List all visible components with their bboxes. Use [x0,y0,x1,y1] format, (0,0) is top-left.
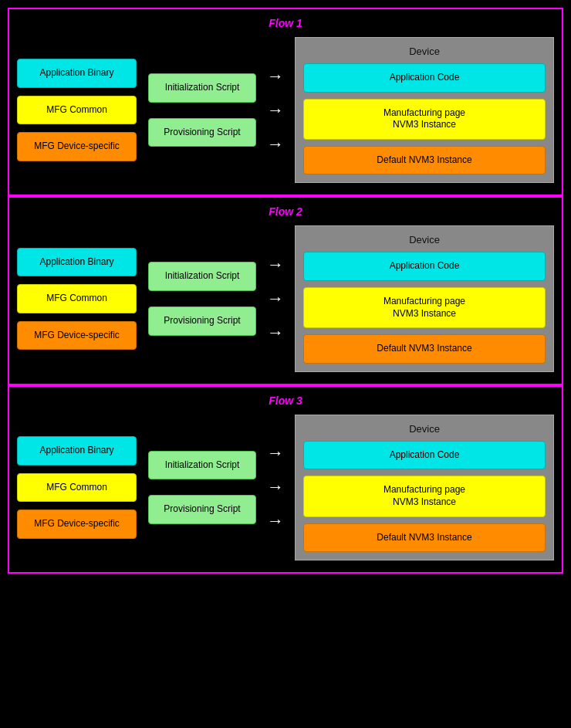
device-label-1: Device [303,46,546,57]
source-box-1-2: MFG Common [17,96,137,125]
flow-section-3: Flow 3Application BinaryMFG CommonMFG De… [8,385,563,574]
arrow-3-1: → [267,443,284,463]
flow-title-1: Flow 1 [17,17,554,29]
source-box-2-1: Application Binary [17,248,137,277]
source-box-1-3: MFG Device-specific [17,132,137,161]
arrow-2-3: → [267,323,284,343]
arrow-1-1: → [267,66,284,86]
source-box-2-2: MFG Common [17,284,137,313]
source-box-3-2: MFG Common [17,473,137,503]
device-container-1: DeviceApplication CodeManufacturing page… [295,37,554,183]
script-box-3-1: Initialization Script [148,451,256,480]
script-box-2-1: Initialization Script [148,262,256,291]
source-box-1-1: Application Binary [17,59,137,88]
flow-title-2: Flow 2 [17,205,554,218]
device-container-2: DeviceApplication CodeManufacturing page… [295,225,554,371]
flow-section-1: Flow 1Application BinaryMFG CommonMFG De… [8,8,563,196]
script-box-2-2: Provisioning Script [148,306,256,336]
device-box-1-3: Default NVM3 Instance [303,146,546,175]
arrow-1-3: → [267,134,284,154]
arrow-2-1: → [267,255,284,275]
flow-section-2: Flow 2Application BinaryMFG CommonMFG De… [8,196,563,384]
device-box-1-1: Application Code [303,63,546,93]
script-box-3-2: Provisioning Script [148,495,256,524]
source-box-3-1: Application Binary [17,436,137,466]
device-box-3-1: Application Code [303,441,546,470]
device-container-3: DeviceApplication CodeManufacturing page… [295,415,554,560]
script-box-1-1: Initialization Script [148,73,256,103]
device-label-2: Device [303,234,546,245]
device-box-2-1: Application Code [303,252,546,281]
device-box-2-3: Default NVM3 Instance [303,334,546,364]
main-container: Flow 1Application BinaryMFG CommonMFG De… [0,0,571,581]
arrow-2-2: → [267,289,284,309]
device-box-1-2: Manufacturing page NVM3 Instance [303,99,546,140]
device-label-3: Device [303,423,546,435]
source-box-3-3: MFG Device-specific [17,510,137,539]
arrow-1-2: → [267,100,284,120]
arrow-3-3: → [267,511,284,531]
device-box-3-2: Manufacturing page NVM3 Instance [303,476,546,516]
script-box-1-2: Provisioning Script [148,118,256,147]
flow-title-3: Flow 3 [17,394,554,407]
device-box-3-3: Default NVM3 Instance [303,523,546,553]
device-box-2-2: Manufacturing page NVM3 Instance [303,287,546,328]
arrow-3-2: → [267,477,284,497]
source-box-2-3: MFG Device-specific [17,321,137,350]
